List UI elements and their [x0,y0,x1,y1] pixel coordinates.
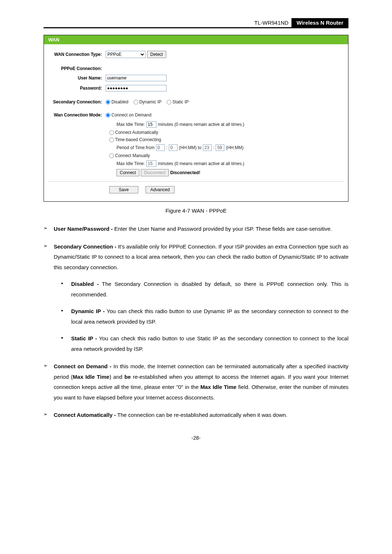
radio-disabled-text: Disabled [111,99,128,104]
desc-sec-dynamic: Dynamic IP - You can check this radio bu… [61,306,348,327]
period-to-mm[interactable] [216,144,224,151]
radio-demand-text: Connect on Demand [111,112,151,118]
radio-static-text: Static IP [172,99,189,104]
radio-dynamic-ip[interactable]: Dynamic IP [134,99,162,104]
radio-auto-text: Connect Automatically [115,130,158,135]
radio-manual-text: Connect Manually [115,153,150,158]
radio-time-based[interactable]: Time-based Connecting [109,137,161,142]
radio-disabled[interactable]: Disabled [106,99,128,104]
desc-connect-demand: Connect on Demand - In this mode, the In… [41,361,348,403]
save-button[interactable]: Save [109,186,138,193]
router-screenshot: WAN WAN Connection Type: PPPoE Detect PP… [44,35,348,202]
idle1-input[interactable] [146,121,156,128]
desc-user-password: User Name/Password - Enter the User Name… [41,224,348,234]
radio-dynamic-input[interactable] [134,100,138,104]
wan-conn-type-label: WAN Connection Type: [48,52,106,57]
detect-button[interactable]: Detect [147,51,166,58]
idle1-label: Max Idle Time: [117,122,145,127]
section-title: WAN [44,35,348,44]
desc-secondary-conn: Secondary Connection - It's available on… [41,242,348,354]
colon1: : [166,145,167,150]
connect-button[interactable]: Connect [117,169,139,176]
idle2-input[interactable] [146,160,156,167]
doc-header: TL-WR941ND Wireless N Router [44,18,348,28]
pppoe-conn-label: PPPoE Connection: [48,66,106,71]
username-input[interactable] [106,75,167,81]
radio-static-ip[interactable]: Static IP [167,99,189,104]
idle2-suffix: minutes (0 means remain active at all ti… [158,161,244,166]
desc-sec-static: Static IP - You can check this radio but… [61,333,348,354]
radio-connect-auto[interactable]: Connect Automatically [109,130,158,135]
desc-sec-disabled: Disabled - The Secondary Connection is d… [61,279,348,300]
radio-demand-input[interactable] [106,113,110,118]
idle1-suffix: minutes (0 means remain active at all ti… [158,122,244,127]
advanced-button[interactable]: Advanced [146,186,175,193]
password-input[interactable] [106,85,167,91]
radio-manual-input[interactable] [109,153,114,158]
model-label: TL-WR941ND [252,18,291,27]
disconnect-button[interactable]: Disconnect [141,169,169,176]
divider [48,181,344,182]
radio-static-input[interactable] [167,100,171,104]
radio-time-text: Time-based Connecting [115,137,161,142]
idle2-label: Max Idle Time: [117,161,145,166]
wan-mode-label: Wan Connection Mode: [48,112,106,118]
period-from-mm[interactable] [169,144,177,151]
figure-caption: Figure 4-7 WAN - PPPoE [44,208,348,214]
page-number: -28- [44,435,348,441]
radio-connect-demand[interactable]: Connect on Demand [106,112,151,118]
period-from-hh[interactable] [156,144,165,151]
period-to-hh[interactable] [203,144,212,151]
wan-conn-type-select[interactable]: PPPoE [106,51,146,58]
period-mid: (HH:MM) to [179,145,201,150]
period-end: (HH:MM) [226,145,244,150]
password-label: Password: [48,86,106,91]
radio-dynamic-text: Dynamic IP [139,99,162,104]
period-label: Period of Time:from [117,145,155,150]
radio-auto-input[interactable] [109,130,114,135]
radio-disabled-input[interactable] [106,100,110,104]
secondary-conn-label: Secondary Connection: [48,99,106,104]
desc-connect-auto: Connect Automatically - The connection c… [41,410,348,420]
radio-time-input[interactable] [109,138,114,142]
username-label: User Name: [48,75,106,81]
radio-connect-manual[interactable]: Connect Manually [109,153,150,158]
conn-status: Disconnected! [170,170,200,175]
product-label: Wireless N Router [291,18,348,27]
colon2: : [213,145,214,150]
